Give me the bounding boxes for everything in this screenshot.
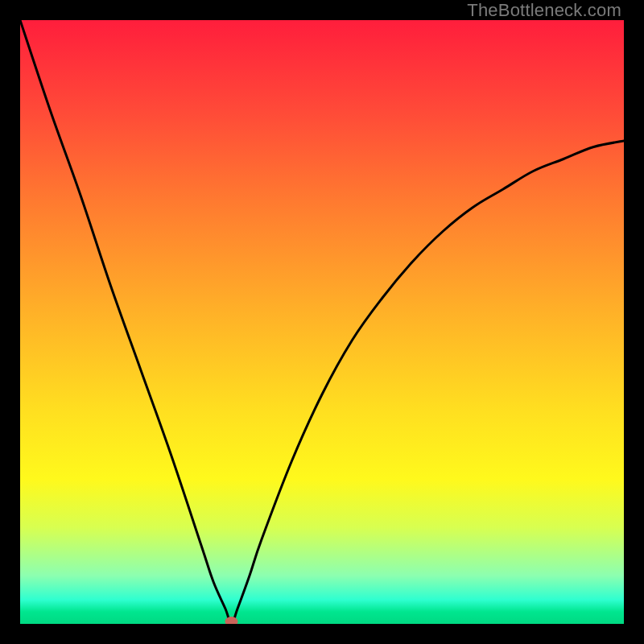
- plot-area: [20, 20, 624, 624]
- bottleneck-curve: [20, 20, 624, 624]
- watermark-text: TheBottleneck.com: [467, 0, 621, 21]
- curve-path: [20, 20, 624, 624]
- marker-dot: [225, 617, 238, 624]
- chart-frame: TheBottleneck.com: [0, 0, 644, 644]
